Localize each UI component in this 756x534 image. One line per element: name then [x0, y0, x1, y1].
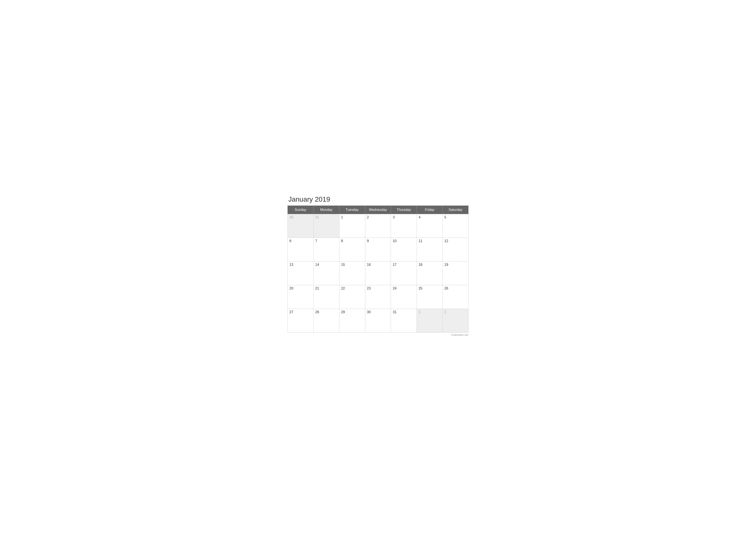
day-cell[interactable]: 19: [443, 262, 469, 285]
day-cell[interactable]: 30: [365, 309, 391, 333]
header-day-saturday: Saturday: [443, 206, 469, 214]
day-number: 28: [315, 310, 338, 314]
day-number: 29: [341, 310, 363, 314]
header-day-sunday: Sunday: [288, 206, 313, 214]
day-cell[interactable]: 6: [288, 238, 313, 262]
day-cell[interactable]: 12: [443, 238, 469, 262]
day-cell[interactable]: 7: [313, 238, 339, 262]
day-cell[interactable]: 1: [417, 309, 443, 333]
calendar-table: SundayMondayTuesdayWednesdayThursdayFrid…: [287, 206, 469, 333]
calendar-wrapper: January 2019 SundayMondayTuesdayWednesda…: [281, 191, 475, 343]
header-row: SundayMondayTuesdayWednesdayThursdayFrid…: [288, 206, 469, 214]
day-number: 15: [341, 263, 363, 267]
day-cell[interactable]: 26: [443, 285, 469, 309]
header-day-friday: Friday: [417, 206, 443, 214]
day-number: 14: [315, 263, 338, 267]
day-cell[interactable]: 18: [417, 262, 443, 285]
day-number: 13: [289, 263, 311, 267]
day-number: 6: [289, 239, 311, 243]
day-number: 20: [289, 287, 311, 291]
day-number: 19: [445, 263, 467, 267]
day-cell[interactable]: 14: [313, 262, 339, 285]
day-number: 31: [315, 216, 338, 219]
day-cell[interactable]: 16: [365, 262, 391, 285]
week-row-4: 272829303112: [288, 309, 469, 333]
day-number: 22: [341, 287, 363, 291]
day-cell[interactable]: 22: [339, 285, 365, 309]
day-number: 4: [418, 216, 441, 219]
day-number: 10: [393, 239, 415, 243]
day-number: 2: [367, 216, 389, 219]
day-cell[interactable]: 27: [288, 309, 313, 333]
day-cell[interactable]: 8: [339, 238, 365, 262]
day-cell[interactable]: 2: [365, 214, 391, 238]
day-cell[interactable]: 4: [417, 214, 443, 238]
calendar-title: January 2019: [287, 195, 469, 203]
header-day-thursday: Thursday: [391, 206, 417, 214]
day-cell[interactable]: 25: [417, 285, 443, 309]
day-number: 12: [445, 239, 467, 243]
day-number: 9: [367, 239, 389, 243]
day-cell[interactable]: 28: [313, 309, 339, 333]
day-number: 1: [341, 216, 363, 219]
day-number: 11: [418, 239, 441, 243]
day-number: 26: [445, 287, 467, 291]
day-cell[interactable]: 9: [365, 238, 391, 262]
day-number: 21: [315, 287, 338, 291]
day-number: 7: [315, 239, 338, 243]
day-cell[interactable]: 10: [391, 238, 417, 262]
day-cell[interactable]: 23: [365, 285, 391, 309]
day-cell[interactable]: 11: [417, 238, 443, 262]
week-row-1: 6789101112: [288, 238, 469, 262]
week-row-0: 303112345: [288, 214, 469, 238]
day-cell[interactable]: 31: [313, 214, 339, 238]
week-row-2: 13141516171819: [288, 262, 469, 285]
day-cell[interactable]: 5: [443, 214, 469, 238]
day-number: 3: [393, 216, 415, 219]
day-cell[interactable]: 13: [288, 262, 313, 285]
day-number: 25: [418, 287, 441, 291]
day-number: 24: [393, 287, 415, 291]
day-number: 18: [418, 263, 441, 267]
day-cell[interactable]: 30: [288, 214, 313, 238]
day-number: 27: [289, 310, 311, 314]
header-day-tuesday: Tuesday: [339, 206, 365, 214]
calendar-header: SundayMondayTuesdayWednesdayThursdayFrid…: [288, 206, 469, 214]
day-cell[interactable]: 17: [391, 262, 417, 285]
watermark: iCalendars.net: [287, 333, 469, 337]
day-cell[interactable]: 15: [339, 262, 365, 285]
day-number: 1: [418, 310, 441, 314]
day-number: 30: [289, 216, 311, 219]
day-cell[interactable]: 20: [288, 285, 313, 309]
day-number: 5: [445, 216, 467, 219]
day-number: 17: [393, 263, 415, 267]
day-number: 23: [367, 287, 389, 291]
day-cell[interactable]: 31: [391, 309, 417, 333]
day-number: 31: [393, 310, 415, 314]
day-number: 16: [367, 263, 389, 267]
day-cell[interactable]: 1: [339, 214, 365, 238]
week-row-3: 20212223242526: [288, 285, 469, 309]
day-cell[interactable]: 29: [339, 309, 365, 333]
calendar-body: 3031123456789101112131415161718192021222…: [288, 214, 469, 333]
day-number: 30: [367, 310, 389, 314]
day-cell[interactable]: 21: [313, 285, 339, 309]
day-number: 2: [445, 310, 467, 314]
header-day-monday: Monday: [313, 206, 339, 214]
header-day-wednesday: Wednesday: [365, 206, 391, 214]
day-cell[interactable]: 24: [391, 285, 417, 309]
day-cell[interactable]: 3: [391, 214, 417, 238]
day-cell[interactable]: 2: [443, 309, 469, 333]
day-number: 8: [341, 239, 363, 243]
